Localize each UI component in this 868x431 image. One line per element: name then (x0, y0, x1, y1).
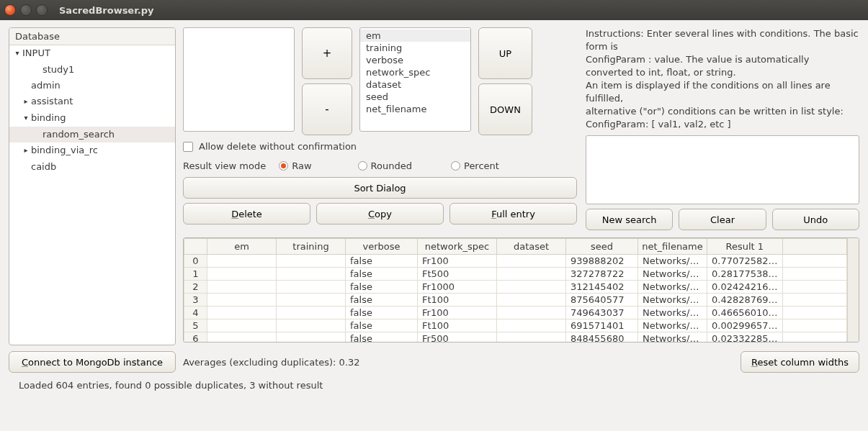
table-cell: Fr1000 (418, 281, 497, 294)
chevron-down-icon[interactable]: ▾ (14, 47, 21, 60)
table-header[interactable]: network_spec (418, 239, 497, 255)
tree-item-label: assistant (31, 96, 73, 106)
list-item[interactable]: seed (360, 91, 470, 103)
mode-rounded[interactable]: Rounded (358, 160, 412, 171)
table-cell: 3 (184, 294, 207, 307)
table-row[interactable]: 5falseFt100691571401Networks/…0.00299657… (184, 319, 847, 332)
table-cell: false (346, 255, 418, 268)
chevron-right-icon[interactable]: ▸ (22, 144, 30, 157)
titlebar: SacredBrowser.py (0, 0, 868, 20)
undo-button[interactable]: Undo (772, 209, 859, 230)
table-cell: 312145402 (566, 281, 638, 294)
table-cell (207, 332, 277, 342)
tree-item[interactable]: ▸assistant (9, 94, 175, 110)
table-header[interactable]: verbose (346, 239, 418, 255)
table-cell: Ft500 (418, 268, 497, 281)
table-cell: Fr100 (418, 255, 497, 268)
mode-label: Result view mode (183, 160, 266, 171)
tree-item[interactable]: random_search (9, 127, 175, 142)
move-up-button[interactable]: UP (478, 27, 532, 79)
table-cell: 4 (184, 307, 207, 319)
list-item[interactable]: em (360, 30, 470, 42)
table-header[interactable] (184, 239, 207, 255)
table-cell: 0 (184, 255, 207, 268)
results-table[interactable]: emtrainingverbosenetwork_specdatasetseed… (183, 237, 859, 342)
table-cell: false (346, 294, 418, 307)
connect-button[interactable]: Connect to MongoDb instance (9, 351, 176, 373)
table-cell (207, 294, 277, 307)
table-row[interactable]: 3falseFt100875640577Networks/…0.42828769… (184, 294, 847, 307)
table-cell: 1 (184, 268, 207, 281)
available-columns-list[interactable] (183, 27, 295, 132)
tree-item[interactable]: ▾binding (9, 110, 175, 127)
clear-button[interactable]: Clear (679, 209, 766, 230)
table-cell: 2 (184, 281, 207, 294)
table-header[interactable]: Result 1 (707, 239, 783, 255)
table-cell (277, 332, 346, 342)
tree-item-label: binding_via_rc (31, 145, 98, 155)
table-cell: Networks/… (638, 307, 707, 319)
table-cell (277, 268, 346, 281)
allow-delete-checkbox[interactable] (183, 142, 193, 152)
table-cell (207, 319, 277, 332)
list-item[interactable]: net_filename (360, 103, 470, 115)
new-search-button[interactable]: New search (586, 209, 673, 230)
move-down-button[interactable]: DOWN (478, 83, 532, 135)
filter-input[interactable] (586, 135, 859, 204)
table-cell (497, 319, 566, 332)
table-cell: Fr100 (418, 307, 497, 319)
chevron-down-icon[interactable]: ▾ (22, 112, 30, 124)
reset-widths-button[interactable]: Reset column widths (741, 351, 859, 373)
table-cell: 0.42828769… (707, 294, 783, 307)
add-column-button[interactable]: + (302, 27, 352, 79)
list-item[interactable]: dataset (360, 78, 470, 91)
table-header[interactable]: net_filename (638, 239, 707, 255)
table-cell (207, 268, 277, 281)
close-icon[interactable] (4, 4, 16, 16)
table-row[interactable]: 2falseFr1000312145402Networks/…0.0242421… (184, 281, 847, 294)
table-row[interactable]: 6falseFr500848455680Networks/…0.02332285… (184, 332, 847, 342)
list-item[interactable]: network_spec (360, 66, 470, 78)
table-row[interactable]: 0falseFr100939888202Networks/…0.77072582… (184, 255, 847, 268)
database-tree[interactable]: ▾INPUTstudy1admin▸assistant▾bindingrando… (9, 45, 175, 345)
table-header[interactable]: seed (566, 239, 638, 255)
window-title: SacredBrowser.py (59, 5, 153, 16)
table-row[interactable]: 4falseFr100749643037Networks/…0.46656010… (184, 307, 847, 319)
table-cell (782, 294, 846, 307)
table-cell: 5 (184, 319, 207, 332)
allow-delete-label: Allow delete without confirmation (199, 141, 357, 152)
tree-item[interactable]: admin (9, 78, 175, 94)
result-view-mode: Result view mode Raw Rounded Percent (183, 160, 577, 171)
tree-item[interactable]: caidb (9, 159, 175, 175)
table-row[interactable]: 1falseFt500327278722Networks/…0.28177538… (184, 268, 847, 281)
table-header[interactable]: training (277, 239, 346, 255)
mode-percent[interactable]: Percent (451, 160, 499, 171)
table-cell (277, 307, 346, 319)
copy-button[interactable]: Copy (316, 203, 444, 224)
minimize-icon[interactable] (20, 4, 32, 16)
table-cell: Fr500 (418, 332, 497, 342)
list-item[interactable]: training (360, 42, 470, 54)
sort-dialog-button[interactable]: Sort Dialog (183, 177, 577, 199)
tree-item[interactable]: ▸binding_via_rc (9, 142, 175, 159)
table-header[interactable]: em (207, 239, 277, 255)
radio-icon[interactable] (279, 161, 288, 171)
table-cell: Ft100 (418, 319, 497, 332)
table-cell (277, 255, 346, 268)
radio-icon[interactable] (451, 161, 460, 171)
full-entry-button[interactable]: Full entry (449, 203, 577, 224)
list-item[interactable]: verbose (360, 54, 470, 66)
tree-item[interactable]: ▾INPUT (9, 45, 175, 62)
chevron-right-icon[interactable]: ▸ (22, 95, 30, 108)
table-scrollbar[interactable] (847, 238, 859, 342)
table-cell: 749643037 (566, 307, 638, 319)
selected-columns-list[interactable]: emtrainingverbosenetwork_specdatasetseed… (359, 27, 471, 132)
radio-icon[interactable] (358, 161, 367, 171)
remove-column-button[interactable]: - (302, 83, 352, 135)
maximize-icon[interactable] (36, 4, 48, 16)
mode-raw[interactable]: Raw (279, 160, 311, 171)
tree-item[interactable]: study1 (9, 62, 175, 78)
delete-button[interactable]: Delete (183, 203, 310, 224)
table-header[interactable]: dataset (497, 239, 566, 255)
table-cell (782, 307, 846, 319)
